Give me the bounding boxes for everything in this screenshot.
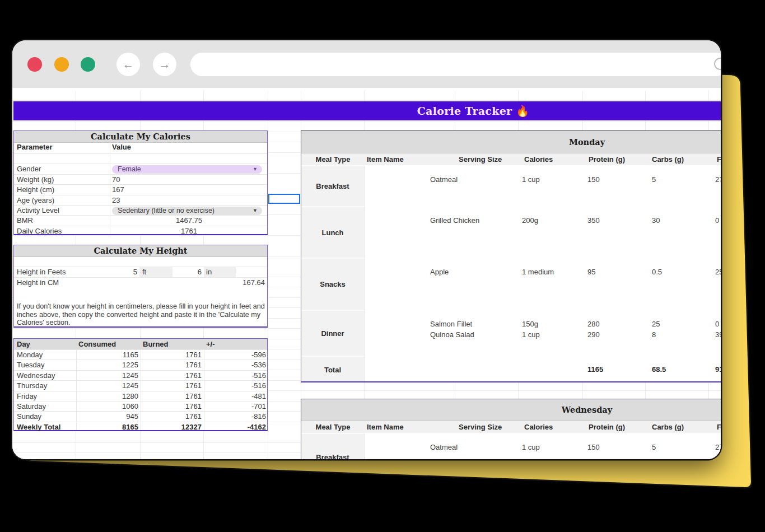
meal-header-row: Meal TypeItem Name Serving SizeCalories … xyxy=(301,421,721,433)
value-header: Value xyxy=(112,142,131,152)
monday-title-block: Monday xyxy=(301,131,721,153)
scene: ← → Calorie Tracker 🔥 Calculate My Calor… xyxy=(0,0,765,532)
meal-type-cell: Lunch xyxy=(301,206,365,258)
day-header: Day xyxy=(17,339,30,349)
calc-calories-table: Calculate My Calories ParameterValue Gen… xyxy=(13,130,268,235)
dinner-block: Dinner Salmon Fillet150g 28025 01 Quinoa… xyxy=(301,310,721,356)
daily-calories-value[interactable]: 1761 xyxy=(110,226,268,236)
bmr-label: BMR xyxy=(17,216,33,226)
table-row: Apple1 medium 950.5 250 xyxy=(365,267,721,278)
height-value[interactable]: 167 xyxy=(112,185,124,195)
forward-button[interactable]: → xyxy=(153,53,176,76)
breakfast-block: Breakfast Oatmeal1 cup 1505 273 xyxy=(301,433,721,459)
activity-value: Sedentary (little or no exercise) xyxy=(118,207,214,216)
cm-value[interactable]: 167.64 xyxy=(242,278,265,288)
close-window-button[interactable] xyxy=(27,57,42,72)
table-row: Wednesday12451761-516 xyxy=(14,370,267,381)
monday-title: Monday xyxy=(301,131,721,153)
monday-table: Monday Meal TypeItem Name Serving SizeCa… xyxy=(301,130,721,382)
height-note: If you don't know your height in centime… xyxy=(17,302,267,327)
table-row: Thursday12451761-516 xyxy=(14,380,267,391)
maximize-window-button[interactable] xyxy=(81,57,95,72)
age-label: Age (years) xyxy=(17,195,54,206)
table-row: Oatmeal1 cup 1505 273 xyxy=(365,175,721,185)
wednesday-title: Wednesday xyxy=(301,399,721,421)
daily-calories-label: Daily Calories xyxy=(17,226,62,236)
table-row: Monday11651761-596 xyxy=(14,349,267,360)
browser-chrome: ← → xyxy=(12,40,721,88)
monday-table-bottom-border xyxy=(301,381,721,383)
breakfast-block: Breakfast Oatmeal1 cup 1505 273 xyxy=(301,165,721,206)
net-header: +/- xyxy=(206,339,268,349)
bmr-value[interactable]: 1467.75 xyxy=(110,216,268,226)
forward-arrow-icon: → xyxy=(159,58,171,71)
consumed-header: Consumed xyxy=(78,339,141,349)
weekly-table: Day Consumed Burned +/- Monday11651761-5… xyxy=(13,338,268,431)
back-arrow-icon: ← xyxy=(123,58,134,71)
meal-type-cell: Snacks xyxy=(301,258,365,310)
inches-unit: in xyxy=(206,267,212,277)
empty-row xyxy=(14,153,267,164)
feet-unit: ft xyxy=(142,267,146,277)
height-label: Height (cm) xyxy=(17,185,54,195)
cm-label: Height in CM xyxy=(17,278,59,288)
spreadsheet: Calorie Tracker 🔥 Calculate My Calories … xyxy=(12,88,721,459)
browser-window: ← → Calorie Tracker 🔥 Calculate My Calor… xyxy=(12,40,721,459)
total-row: 116568.5 914 xyxy=(365,365,721,375)
lunch-block: Lunch Grilled Chicken200g 35030 02 xyxy=(301,206,721,258)
weight-value[interactable]: 70 xyxy=(112,175,120,185)
url-bar[interactable] xyxy=(190,53,721,76)
cm-row: Height in CM 167.64 xyxy=(14,277,267,288)
activity-dropdown[interactable]: Sedentary (little or no exercise) ▼ xyxy=(112,207,262,216)
inches-value[interactable]: 6 xyxy=(172,267,202,277)
meal-type-cell: Breakfast xyxy=(301,165,365,206)
table-row: Friday12801761-481 xyxy=(14,391,267,402)
feet-row: Height in Feets 5 ft 6 in xyxy=(14,267,267,277)
table-row: Salmon Fillet150g 28025 01 xyxy=(365,319,721,330)
weekly-header-row: Day Consumed Burned +/- xyxy=(14,339,267,349)
weight-label: Weight (kg) xyxy=(17,175,54,185)
gender-value: Female xyxy=(118,165,141,174)
flame-icon: 🔥 xyxy=(516,105,529,117)
weight-row: Weight (kg)70 xyxy=(14,174,267,185)
age-value[interactable]: 23 xyxy=(112,195,120,206)
burned-header: Burned xyxy=(143,339,204,349)
chevron-down-icon: ▼ xyxy=(253,165,258,174)
table-row: Grilled Chicken200g 35030 02 xyxy=(365,216,721,226)
daily-calories-row: Daily Calories1761 xyxy=(14,226,267,236)
calc-height-title: Calculate My Height xyxy=(14,245,267,257)
gender-row: Gender Female ▼ xyxy=(14,164,267,174)
age-row: Age (years)23 xyxy=(14,195,267,206)
wednesday-table: Wednesday Meal TypeItem Name Serving Siz… xyxy=(301,399,721,459)
back-button[interactable]: ← xyxy=(116,53,140,76)
chevron-down-icon: ▼ xyxy=(253,207,258,216)
title-banner: Calorie Tracker 🔥 xyxy=(13,101,721,120)
table-row: Saturday10601761-701 xyxy=(14,401,267,412)
table-row: Sunday9451761-816 xyxy=(14,411,267,422)
meal-type-cell: Breakfast xyxy=(301,433,365,459)
activity-row: Activity Level Sedentary (little or no e… xyxy=(14,205,267,216)
meal-header-row: Meal TypeItem Name Serving SizeCalories … xyxy=(301,153,721,165)
total-block: Total 116568.5 914 xyxy=(301,356,721,382)
wednesday-title-block: Wednesday xyxy=(301,399,721,421)
calc-height-table: Calculate My Height Height in Feets 5 ft… xyxy=(13,245,268,328)
param-header: Parameter xyxy=(17,142,53,152)
total-cell: Total xyxy=(301,356,365,382)
active-cell[interactable] xyxy=(268,194,300,204)
table-row: Quinoa Salad1 cup 2908 396 xyxy=(365,330,721,340)
weekly-total-row: Weekly Total816512327-4162 xyxy=(14,422,267,432)
meal-type-cell: Dinner xyxy=(301,310,365,356)
minimize-window-button[interactable] xyxy=(54,57,69,72)
page-title: Calorie Tracker xyxy=(417,105,512,117)
feet-label: Height in Feets xyxy=(17,267,66,277)
bmr-row: BMR1467.75 xyxy=(14,215,267,226)
table-row: Tuesday12251761-536 xyxy=(14,360,267,370)
calc-calories-title: Calculate My Calories xyxy=(14,131,267,143)
table-row: Oatmeal1 cup 1505 273 xyxy=(365,442,721,453)
gender-dropdown[interactable]: Female ▼ xyxy=(112,165,262,174)
gender-label: Gender xyxy=(17,164,41,174)
feet-value[interactable]: 5 xyxy=(110,267,137,277)
snacks-block: Snacks Apple1 medium 950.5 250 xyxy=(301,258,721,310)
activity-label: Activity Level xyxy=(17,206,59,216)
height-row: Height (cm)167 xyxy=(14,184,267,195)
